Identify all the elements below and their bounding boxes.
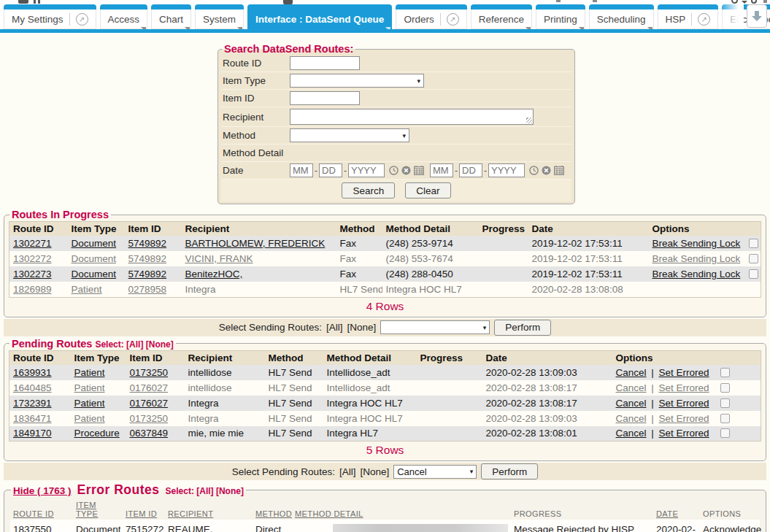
date-from-month-input[interactable]: [290, 163, 313, 177]
method-select[interactable]: ▾: [290, 128, 409, 142]
break-sending-lock-link[interactable]: Break Sending Lock: [652, 253, 741, 264]
item-type-select[interactable]: ▾: [290, 74, 424, 88]
route-id-link[interactable]: 1639931: [13, 367, 52, 378]
item-id-link[interactable]: 5749892: [128, 253, 167, 264]
select-all-link[interactable]: [All]: [126, 339, 143, 350]
tab-reference[interactable]: Reference: [471, 4, 532, 29]
cancel-link[interactable]: Cancel: [616, 413, 647, 424]
column-header-sortable[interactable]: ITEM ID: [123, 499, 165, 520]
recipient-link[interactable]: BARTHOLOMEW, FREDERICK: [185, 238, 326, 249]
item-id-link[interactable]: 0173250: [130, 367, 169, 378]
item-id-link[interactable]: 0176027: [130, 382, 169, 393]
set-errored-link[interactable]: Set Errored: [659, 398, 709, 409]
item-id-link[interactable]: 0173250: [130, 413, 169, 424]
item-id-link[interactable]: 0637849: [130, 428, 169, 439]
tab-interface-datasend-queue[interactable]: Interface : DataSend Queue: [247, 4, 392, 29]
clear-date-icon[interactable]: [401, 166, 411, 175]
row-select-checkbox[interactable]: [749, 254, 758, 263]
tab-my-settings[interactable]: My Settings ↗: [4, 4, 96, 29]
select-all-link[interactable]: [All]: [326, 322, 343, 333]
column-header-sortable[interactable]: ROUTE ID: [10, 499, 73, 520]
open-in-new-icon[interactable]: ↗: [440, 13, 459, 26]
tab-scheduling[interactable]: Scheduling: [589, 4, 654, 29]
recipient-link[interactable]: VICINI, FRANK: [185, 253, 253, 264]
set-errored-link[interactable]: Set Errored: [659, 413, 709, 424]
cancel-link[interactable]: Cancel: [616, 367, 647, 378]
item-type-link[interactable]: Procedure: [74, 428, 120, 439]
item-type-link[interactable]: Patient: [72, 284, 102, 295]
item-type-link[interactable]: Patient: [74, 382, 105, 393]
item-type-link[interactable]: Document: [72, 253, 117, 264]
pending-action-select[interactable]: Cancel ▾: [393, 465, 477, 479]
select-all-link[interactable]: [All]: [196, 486, 213, 496]
search-button[interactable]: Search: [342, 182, 395, 198]
item-type-link[interactable]: Document: [72, 238, 117, 249]
route-id-link[interactable]: 1302271: [13, 238, 52, 249]
cancel-link[interactable]: Cancel: [616, 382, 647, 393]
route-id-link[interactable]: 1849170: [13, 428, 52, 439]
break-sending-lock-link[interactable]: Break Sending Lock: [652, 238, 741, 249]
recipient-textarea[interactable]: [290, 109, 534, 125]
clear-date-icon[interactable]: [542, 166, 551, 175]
sending-action-select[interactable]: ▾: [380, 320, 490, 334]
row-select-checkbox[interactable]: [720, 398, 730, 408]
clock-icon[interactable]: [389, 166, 399, 175]
select-none-link[interactable]: [None]: [360, 466, 389, 477]
tab-orders[interactable]: Orders ↗: [396, 4, 466, 29]
route-id-link[interactable]: 1302273: [13, 269, 52, 280]
tab-hsp[interactable]: HSP ↗: [658, 4, 719, 29]
column-header-sortable[interactable]: METHOD: [253, 499, 292, 520]
resize-grip-icon[interactable]: [526, 117, 532, 123]
column-header-sortable[interactable]: ITEM TYPE: [73, 499, 123, 520]
item-type-link[interactable]: Patient: [74, 398, 105, 409]
tab-printing[interactable]: Printing: [536, 4, 585, 29]
row-select-checkbox[interactable]: [749, 269, 758, 279]
item-id-link[interactable]: 0278958: [128, 284, 167, 295]
open-in-new-icon[interactable]: ↗: [69, 13, 88, 26]
set-errored-link[interactable]: Set Errored: [659, 382, 709, 393]
row-select-checkbox[interactable]: [720, 368, 730, 377]
item-id-link[interactable]: 0176027: [130, 398, 169, 409]
date-to-month-input[interactable]: [430, 163, 453, 177]
date-from-year-input[interactable]: [348, 163, 385, 177]
cancel-link[interactable]: Cancel: [616, 428, 647, 439]
row-select-checkbox[interactable]: [720, 428, 730, 438]
select-none-link[interactable]: [None]: [347, 322, 376, 333]
clear-button[interactable]: Clear: [405, 182, 450, 198]
column-header-sortable[interactable]: METHOD DETAIL: [292, 499, 511, 520]
item-id-link[interactable]: 5749892: [128, 238, 167, 249]
clock-icon[interactable]: [529, 166, 539, 175]
date-from-day-input[interactable]: [319, 163, 342, 177]
column-header-sortable[interactable]: DATE: [653, 499, 700, 520]
route-id-link[interactable]: 1732391: [13, 398, 52, 409]
item-type-link[interactable]: Document: [72, 269, 117, 280]
open-in-new-icon[interactable]: ↗: [691, 13, 710, 26]
break-sending-lock-link[interactable]: Break Sending Lock: [652, 269, 741, 280]
select-all-link[interactable]: [All]: [339, 466, 356, 477]
perform-button[interactable]: Perform: [481, 463, 538, 479]
cancel-link[interactable]: Cancel: [616, 398, 647, 409]
error-options-links[interactable]: Acknowledge | Resend: [703, 524, 761, 532]
item-id-link[interactable]: 5749892: [128, 269, 167, 280]
item-id-input[interactable]: [290, 91, 360, 105]
route-id-link[interactable]: 1836471: [13, 413, 52, 424]
tab-access[interactable]: Access: [100, 4, 148, 29]
date-to-year-input[interactable]: [488, 163, 525, 177]
route-id-input[interactable]: [290, 56, 360, 70]
item-type-link[interactable]: Patient: [74, 413, 105, 424]
recipient-link[interactable]: BenitezHOC,: [185, 269, 243, 280]
hide-error-routes-link[interactable]: Hide ( 1763 ): [13, 485, 72, 496]
calendar-icon[interactable]: [554, 166, 564, 175]
select-none-link[interactable]: [None]: [216, 486, 244, 496]
calendar-icon[interactable]: [414, 166, 424, 175]
set-errored-link[interactable]: Set Errored: [659, 428, 709, 439]
row-select-checkbox[interactable]: [720, 414, 730, 423]
tab-chart[interactable]: Chart: [151, 4, 191, 29]
row-select-checkbox[interactable]: [749, 239, 758, 248]
tabs-overflow-button[interactable]: [747, 4, 767, 28]
select-none-link[interactable]: [None]: [146, 339, 174, 350]
date-to-day-input[interactable]: [459, 163, 482, 177]
route-id-link[interactable]: 1302272: [13, 253, 52, 264]
row-select-checkbox[interactable]: [720, 383, 730, 393]
item-type-link[interactable]: Patient: [74, 367, 105, 378]
